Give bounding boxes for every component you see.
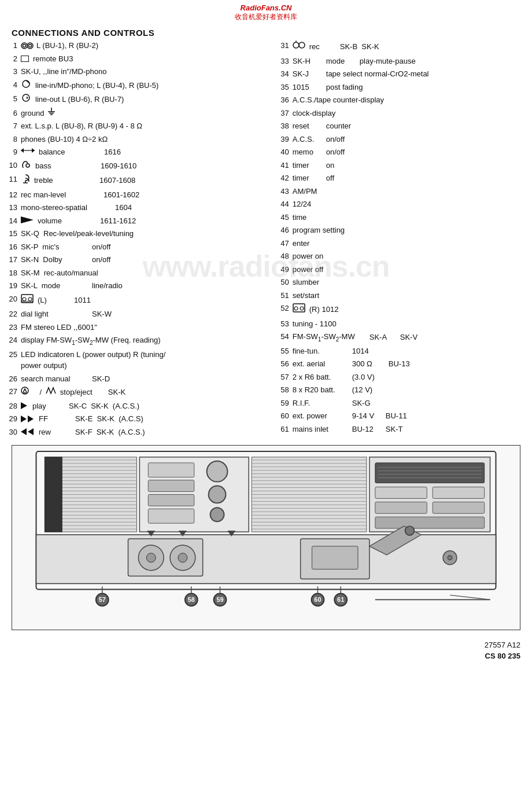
svg-point-29 — [300, 307, 304, 310]
svg-rect-93 — [375, 502, 427, 513]
svg-text:61: 61 — [337, 596, 344, 603]
svg-marker-13 — [21, 148, 24, 153]
right-column: 31 rec SK-B SK-K 33 SK-H mode play-mute-… — [272, 40, 526, 439]
device-diagram: 57 58 59 60 61 — [12, 446, 520, 630]
list-item: 44 12/24 — [278, 198, 526, 210]
list-item: 10 bass 1609-1610 — [6, 160, 266, 172]
line-in-icon — [21, 79, 31, 92]
svg-text:57: 57 — [99, 596, 106, 603]
list-item: 52 (R) 1012 — [278, 303, 526, 317]
svg-text:58: 58 — [188, 596, 195, 603]
svg-point-0 — [21, 43, 27, 49]
svg-rect-59 — [148, 509, 194, 523]
list-item: 16 SK-P mic's on/off — [6, 241, 266, 253]
list-item: 39 A.C.S. on/off — [278, 134, 526, 145]
list-item: 35 1015 post fading — [278, 82, 526, 93]
list-item: 17 SK-N Dolby on/off — [6, 254, 266, 266]
list-item: 18 SK-M rec-auto/manual — [6, 267, 266, 279]
list-item: 51 set/start — [278, 290, 526, 301]
list-item: 60 ext. power 9-14 V BU-11 — [278, 410, 526, 422]
volume-icon — [21, 215, 34, 227]
list-item: 41 timer on — [278, 160, 526, 171]
list-item: 42 timer off — [278, 172, 526, 184]
list-item: 38 reset counter — [278, 120, 526, 132]
list-item: 13 mono-stereo-spatial 1604 — [6, 202, 266, 214]
list-item: 43 AM/PM — [278, 186, 526, 197]
remote-icon — [21, 56, 29, 62]
list-item: 54 FM-SW1-SW2-MW SK-A SK-V — [278, 331, 526, 344]
svg-point-4 — [23, 80, 29, 87]
list-item: 20 (L) 1011 — [6, 293, 266, 307]
svg-point-99 — [146, 553, 156, 562]
treble-icon — [21, 174, 30, 187]
svg-rect-94 — [433, 502, 484, 513]
list-item: 19 SK-L mode line/radio — [6, 280, 266, 292]
svg-point-28 — [294, 307, 298, 310]
model-code: CS 80 235 — [485, 652, 520, 660]
list-item: 45 time — [278, 212, 526, 223]
list-item: 22 dial light SK-W — [6, 308, 266, 320]
list-item: 55 fine-tun. 1014 — [278, 345, 526, 357]
list-item: 59 R.I.F. SK-G — [278, 398, 526, 409]
list-item: 48 power on — [278, 251, 526, 262]
list-item: 8 phones (BU-10) 4 Ω÷2 kΩ — [6, 134, 266, 145]
svg-rect-27 — [293, 304, 305, 312]
svg-point-101 — [178, 553, 187, 562]
list-item: 46 program setting — [278, 225, 526, 236]
list-item: 14 volume 1611-1612 — [6, 215, 266, 227]
rew-icon — [21, 428, 34, 435]
list-item: 49 power off — [278, 264, 526, 275]
list-item: 30 rew SK-F SK-K (A.C.S.) — [6, 426, 266, 438]
svg-point-20 — [28, 297, 32, 301]
list-item: 6 ground — [6, 108, 266, 119]
svg-point-24 — [293, 42, 299, 48]
svg-rect-86 — [375, 463, 485, 483]
list-item: 12 rec man-level 1601-1602 — [6, 189, 266, 201]
left-column: 1 L (BU-1), R (BU-2) 2 remote BU3 3 — [6, 40, 272, 439]
balance-icon — [21, 146, 35, 158]
list-item: 34 SK-J tape select normal-CrO2-metal — [278, 68, 526, 80]
line-out-icon — [21, 93, 31, 106]
site-sub: 收音机爱好者资料库 — [0, 12, 532, 22]
list-item: 56 ext. aerial 300 Ω BU-13 — [278, 358, 526, 370]
svg-point-107 — [405, 526, 414, 535]
cassette-l-icon — [21, 293, 34, 307]
svg-rect-106 — [312, 546, 359, 569]
cassette-r-icon — [293, 303, 305, 317]
rec-icon — [293, 40, 305, 54]
svg-point-15 — [26, 164, 29, 167]
svg-point-62 — [210, 508, 224, 521]
list-item: 40 memo on/off — [278, 146, 526, 158]
list-item: 61 mains inlet BU-12 SK-T — [278, 424, 526, 435]
list-item: 27 / stop/eject SK-K — [6, 386, 266, 399]
list-item: 57 2 x R6 batt. (3.0 V) — [278, 372, 526, 383]
diagram-section: 57 58 59 60 61 — [12, 445, 520, 630]
svg-point-2 — [27, 43, 33, 49]
svg-point-25 — [299, 42, 305, 48]
svg-marker-17 — [21, 216, 34, 223]
svg-rect-56 — [148, 463, 194, 477]
svg-point-60 — [207, 461, 228, 482]
svg-marker-14 — [32, 148, 35, 153]
list-item: 50 slumber — [278, 277, 526, 288]
list-item: 47 enter — [278, 238, 526, 249]
svg-point-19 — [23, 297, 26, 301]
ground-icon — [47, 108, 56, 119]
play-icon — [21, 402, 27, 409]
svg-text:59: 59 — [216, 596, 223, 603]
svg-rect-58 — [148, 495, 194, 506]
svg-point-6 — [23, 94, 29, 101]
page-wrapper: RadioFans.CN 收音机爱好者资料库 CONNECTIONS AND C… — [0, 0, 532, 665]
site-name: RadioFans.CN — [0, 3, 532, 12]
list-item: 37 clock-display — [278, 108, 526, 119]
list-item: 11 treble 1607-1608 — [6, 174, 266, 187]
list-item: 29 FF SK-E SK-K (A.C.S) — [6, 413, 266, 425]
list-item: 5 line-out L (BU-6), R (BU-7) — [6, 93, 266, 106]
svg-rect-91 — [375, 487, 427, 499]
svg-text:60: 60 — [314, 596, 321, 603]
list-item: 31 rec SK-B SK-K — [278, 40, 526, 54]
list-item: 58 8 x R20 batt. (12 V) — [278, 384, 526, 396]
header: RadioFans.CN 收音机爱好者资料库 — [0, 0, 532, 23]
list-item: 3 SK-U, ,,line in"/MD-phono — [6, 66, 266, 78]
wave-icon — [46, 387, 56, 398]
